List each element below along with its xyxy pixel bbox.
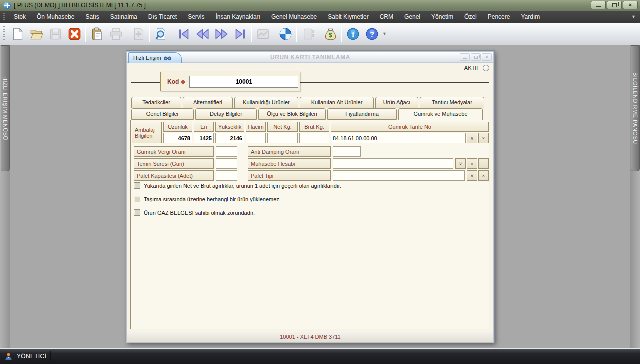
tab-row-bottom: Genel Bilgiler Detay Bilgiler Ölçü ve Bl…: [131, 108, 483, 120]
taskbar-separator: [50, 352, 51, 362]
aktif-radio[interactable]: [483, 65, 489, 72]
gaz-belgesi-checkbox[interactable]: [134, 210, 140, 216]
restore-button[interactable]: [607, 1, 622, 10]
header-en: En: [194, 122, 214, 132]
new-document-button[interactable]: [8, 24, 27, 44]
menu-servis[interactable]: Servis: [182, 11, 210, 23]
menu-pencere[interactable]: Pencere: [482, 11, 516, 23]
nav-previous-button[interactable]: [193, 24, 212, 44]
gumruk-tarife-no-input[interactable]: [331, 133, 466, 144]
menu-genel-muhasebe[interactable]: Genel Muhasebe: [266, 11, 322, 23]
svg-text:i: i: [352, 30, 354, 38]
header-brut-kg: Brüt Kg.: [299, 122, 329, 132]
tasima-checkbox[interactable]: [134, 196, 140, 202]
nav-last-button[interactable]: [231, 24, 250, 44]
net-brut-checkbox[interactable]: [134, 182, 140, 189]
mdi-window-title: ÜRÜN KARTI TANIMLAMA: [127, 52, 493, 63]
tab-alternatifleri[interactable]: Alternatifleri: [183, 97, 233, 108]
palet-tipi-dropdown-button[interactable]: ∨: [467, 170, 477, 181]
menu-on-muhasebe[interactable]: Ön Muhasebe: [31, 11, 80, 23]
palet-tipi-input[interactable]: [333, 170, 465, 181]
toolbar-overflow-icon[interactable]: ▼: [382, 32, 387, 36]
save-button: [46, 24, 65, 44]
nav-next-button[interactable]: [212, 24, 231, 44]
toolbar-separator: [85, 26, 86, 42]
tab-kullanilan-alt-urunler[interactable]: Kullanılan Alt Ürünler: [300, 97, 374, 108]
sidebar-info-panel-tab[interactable]: BİLGİLENDİRME PANOSU: [631, 46, 640, 172]
nav-first-button[interactable]: [174, 24, 193, 44]
menu-grip[interactable]: [3, 13, 5, 21]
en-input[interactable]: [194, 133, 214, 144]
menu-yonetim[interactable]: Yönetim: [426, 11, 459, 23]
delete-icon: [68, 28, 81, 41]
muhasebe-clear-button[interactable]: ×: [467, 158, 477, 169]
delete-button[interactable]: [65, 24, 84, 44]
sidebar-quick-access-tab[interactable]: HIZLI ERİŞİM MENÜSÜ: [1, 46, 10, 172]
preview-button[interactable]: [151, 24, 170, 44]
paste-button[interactable]: [87, 24, 106, 44]
menu-stok[interactable]: Stok: [8, 11, 31, 23]
net-kg-input[interactable]: [267, 133, 298, 144]
tarife-clear-button[interactable]: ×: [478, 133, 489, 144]
kod-input[interactable]: [189, 76, 298, 88]
menu-sabit-kiymetler[interactable]: Sabit Kıymetler: [322, 11, 374, 23]
tab-fiyatlandirma[interactable]: Fiyatlandırma: [327, 108, 397, 120]
palet-tipi-clear-button[interactable]: ×: [478, 170, 489, 181]
muhasebe-dropdown-button[interactable]: ∨: [455, 158, 466, 169]
hacim-input[interactable]: [246, 133, 266, 144]
tab-olcu-ve-blok-bilgileri[interactable]: Ölçü ve Blok Bilgileri: [258, 108, 326, 120]
menu-overflow-icon[interactable]: ▼: [631, 14, 636, 20]
palet-kapasitesi-input[interactable]: [216, 170, 237, 181]
help-button[interactable]: ?: [362, 24, 381, 44]
kod-panel: Kod: [160, 72, 300, 92]
menu-satinalma[interactable]: Satınalma: [105, 11, 143, 23]
tab-detay-bilgiler[interactable]: Detay Bilgiler: [195, 108, 257, 120]
mdi-restore-button[interactable]: [471, 54, 481, 61]
info-icon: i: [346, 28, 360, 41]
temin-suresi-label: Temin Süresi (Gün): [134, 158, 214, 169]
muhasebe-hesabi-input[interactable]: [333, 158, 453, 169]
tab-tedarikciler[interactable]: Tedarikciler: [131, 97, 181, 108]
tab-urun-agaci[interactable]: Ürün Ağacı: [375, 97, 418, 108]
tab-genel-bilgiler[interactable]: Genel Bilgiler: [131, 108, 194, 120]
close-button[interactable]: ×: [623, 1, 638, 10]
print-button: [106, 24, 125, 44]
minimize-button[interactable]: [591, 1, 606, 10]
temin-suresi-input[interactable]: [216, 158, 237, 169]
yukseklik-input[interactable]: [215, 133, 244, 144]
menu-dis-ticaret[interactable]: Dış Ticaret: [143, 11, 182, 23]
uzunluk-input[interactable]: [163, 133, 192, 144]
brut-kg-input[interactable]: [299, 133, 329, 144]
ambalaj-bilgileri-label: AmbalajBilgileri: [132, 122, 162, 144]
menu-insan-kaynaklari[interactable]: İnsan Kaynakları: [210, 11, 266, 23]
muhasebe-browse-button[interactable]: …: [478, 158, 489, 169]
tasima-checkbox-label: Taşıma sırasında üzerine herhangi bir ür…: [144, 196, 281, 202]
mdi-minimize-button[interactable]: [460, 54, 470, 61]
palet-tipi-label: Palet Tipi: [248, 170, 331, 181]
paste-icon: [90, 28, 104, 41]
tab-tantici-medyalar[interactable]: Tantıcı Medyalar: [420, 97, 484, 108]
tab-kullanildigi-urunler[interactable]: Kullanıldığı Ürünler: [234, 97, 298, 108]
menu-yardim[interactable]: Yardım: [515, 11, 545, 23]
globe-button[interactable]: [276, 24, 295, 44]
menu-genel[interactable]: Genel: [399, 11, 426, 23]
money-bag-button[interactable]: $: [321, 24, 340, 44]
mdi-close-button[interactable]: ×: [482, 54, 492, 61]
toolbar-grip[interactable]: [3, 26, 5, 42]
quick-access-tab[interactable]: Hızlı Erişim: [128, 52, 182, 63]
header-net-kg: Net Kg.: [267, 122, 298, 132]
menu-crm[interactable]: CRM: [374, 11, 399, 23]
current-user-label: YÖNETİCİ: [17, 353, 46, 360]
menu-ozel[interactable]: Özel: [459, 11, 482, 23]
nav-next-icon: [215, 28, 228, 41]
tab-gumruk-ve-muhasebe[interactable]: Gümrük ve Muhasebe: [398, 108, 483, 120]
tarife-dropdown-button[interactable]: ∨: [467, 133, 477, 144]
anti-damping-orani-input[interactable]: [333, 146, 361, 157]
toolbar-separator: [319, 26, 319, 42]
gumruk-vergi-orani-input[interactable]: [216, 146, 237, 157]
info-button[interactable]: i: [343, 24, 362, 44]
svg-text:?: ?: [370, 30, 374, 38]
open-folder-button[interactable]: [27, 24, 46, 44]
mdi-titlebar[interactable]: ÜRÜN KARTI TANIMLAMA Hızlı Erişim ×: [127, 52, 493, 63]
menu-satis[interactable]: Satış: [80, 11, 104, 23]
